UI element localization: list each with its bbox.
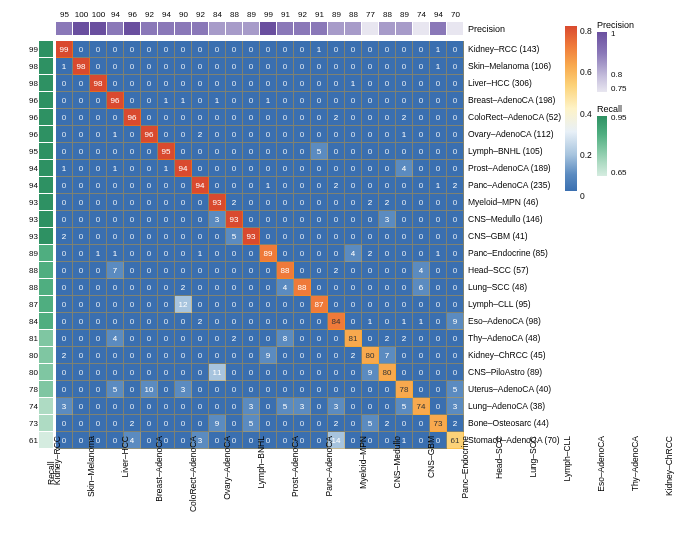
matrix-cell: 0 [124,228,141,245]
recall-value: 93 [24,228,38,245]
matrix-cell: 0 [430,143,447,160]
matrix-cell: 0 [175,75,192,92]
matrix-cell: 1 [107,160,124,177]
matrix-cell: 88 [277,262,294,279]
matrix-cell: 0 [294,194,311,211]
matrix-cell: 1 [311,41,328,58]
recall-cell [39,245,53,262]
matrix-cell: 0 [90,109,107,126]
precision-value: 91 [311,10,328,19]
matrix-cell: 0 [260,296,277,313]
matrix-cell: 0 [294,313,311,330]
matrix-cell: 1 [90,245,107,262]
precision-value: 92 [294,10,311,19]
matrix-cell: 0 [345,279,362,296]
precision-value: 99 [260,10,277,19]
matrix-cell: 1 [209,92,226,109]
matrix-cell: 0 [311,398,328,415]
matrix-cell: 0 [311,177,328,194]
matrix-cell: 0 [175,177,192,194]
matrix-cell: 5 [277,398,294,415]
matrix-cell: 0 [209,160,226,177]
matrix-cell: 0 [141,313,158,330]
matrix-cell: 0 [158,364,175,381]
precision-cell [158,22,175,36]
matrix-cell: 0 [107,398,124,415]
matrix-cell: 0 [56,177,73,194]
precision-cell [362,22,379,36]
matrix-cell: 0 [90,381,107,398]
matrix-cell: 0 [73,347,90,364]
matrix-cell: 0 [226,347,243,364]
matrix-cell: 0 [447,279,464,296]
matrix-cell: 0 [311,262,328,279]
matrix-cell: 0 [311,75,328,92]
precision-cell [345,22,362,36]
row-label: Prost–AdenoCA (189) [464,160,561,177]
matrix-cell: 0 [243,211,260,228]
matrix-cell: 0 [141,109,158,126]
matrix-cell: 9 [209,415,226,432]
recall-value: 78 [24,381,38,398]
matrix-cell: 0 [107,194,124,211]
matrix-cell: 94 [175,160,192,177]
matrix-cell: 0 [277,296,294,313]
recall-cell [39,160,53,177]
matrix-cell: 0 [328,143,345,160]
matrix-cell: 0 [124,143,141,160]
matrix-cell: 0 [192,296,209,313]
matrix-cell: 0 [158,58,175,75]
matrix-cell: 2 [362,194,379,211]
matrix-cell: 0 [73,262,90,279]
matrix-cell: 0 [192,211,209,228]
precision-tick: 0.75 [611,84,627,93]
matrix-cell: 0 [362,58,379,75]
matrix-cell: 2 [56,228,73,245]
matrix-cell: 0 [226,262,243,279]
matrix-cell: 0 [311,364,328,381]
matrix-cell: 0 [175,313,192,330]
precision-cell [277,22,294,36]
matrix-cell: 0 [141,58,158,75]
matrix-cell: 1 [396,313,413,330]
matrix-cell: 5 [396,398,413,415]
precision-cell [56,22,73,36]
row-label: Breast–AdenoCA (198) [464,92,561,109]
matrix-cell: 0 [294,330,311,347]
precision-value: 94 [158,10,175,19]
precision-value: 88 [379,10,396,19]
matrix-cell: 0 [447,92,464,109]
matrix-cell: 0 [209,381,226,398]
matrix-cell: 0 [260,109,277,126]
matrix-cell: 0 [430,364,447,381]
matrix-cell: 0 [362,92,379,109]
matrix-cell: 0 [277,415,294,432]
matrix-cell: 0 [447,211,464,228]
recall-value: 73 [24,415,38,432]
matrix-cell: 0 [277,228,294,245]
matrix-cell: 0 [209,398,226,415]
matrix-cell: 0 [345,211,362,228]
recall-value-labels: 9998989696969594949393938988888784818080… [24,41,38,449]
matrix-cell: 0 [430,160,447,177]
column-label: CNS–Medullo [392,436,402,488]
matrix-cell: 0 [192,228,209,245]
matrix-cell: 7 [107,262,124,279]
matrix-cell: 0 [73,279,90,296]
precision-cell [192,22,209,36]
recall-cell [39,381,53,398]
matrix-cell: 0 [73,364,90,381]
matrix-cell: 2 [379,330,396,347]
precision-cell [328,22,345,36]
precision-value: 88 [345,10,362,19]
matrix-cell: 0 [362,160,379,177]
matrix-cell: 5 [362,415,379,432]
matrix-cell: 0 [379,245,396,262]
matrix-cell: 0 [158,347,175,364]
matrix-cell: 0 [158,398,175,415]
matrix-cell: 0 [277,143,294,160]
recall-cell [39,347,53,364]
matrix-cell: 0 [209,262,226,279]
matrix-cell: 0 [90,279,107,296]
matrix-cell: 94 [192,177,209,194]
